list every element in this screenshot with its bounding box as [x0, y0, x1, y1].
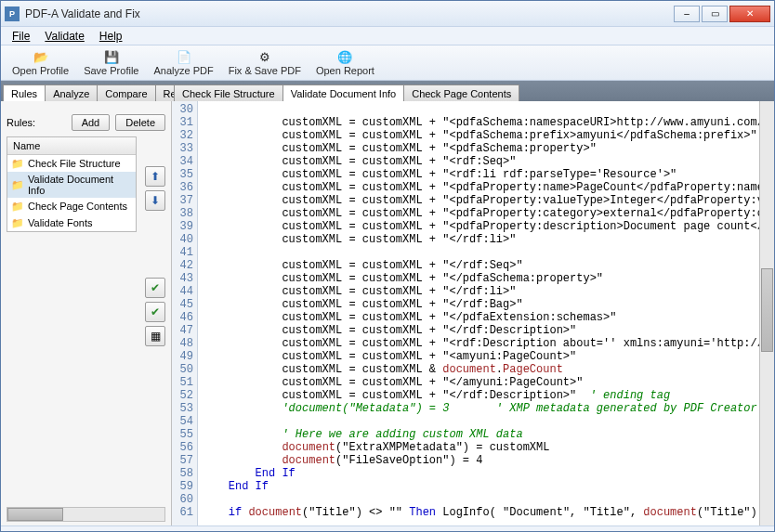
- report-icon: 🌐: [337, 49, 352, 64]
- window-title: PDF-A Validate and Fix: [25, 7, 674, 20]
- rules-row: Rules: Add Delete: [7, 114, 165, 131]
- tabstrip-row: Rules Analyze Compare Report Check File …: [1, 81, 774, 101]
- code-editor[interactable]: customXML = customXML + "<pdfaSchema:nam…: [198, 101, 759, 526]
- menubar: File Validate Help: [1, 27, 774, 45]
- rule-item-validate-fonts[interactable]: 📁 Validate Fonts: [7, 214, 136, 231]
- tool-label: Fix & Save PDF: [229, 65, 301, 76]
- gear-icon: ⚙: [257, 49, 272, 64]
- scrollbar-thumb[interactable]: [7, 508, 63, 521]
- maximize-button[interactable]: ▭: [702, 6, 728, 22]
- tab-check-page-contents[interactable]: Check Page Contents: [403, 84, 519, 101]
- left-tabgroup: Rules Analyze Compare Report: [1, 84, 172, 101]
- minimize-button[interactable]: –: [674, 6, 700, 22]
- code-panel: 30 31 32 33 34 35 36 37 38 39 40 41 42 4…: [172, 101, 774, 526]
- move-down-button[interactable]: ⬇: [145, 190, 165, 211]
- order-buttons: ⬆ ⬇: [145, 166, 165, 211]
- open-icon: 📂: [33, 49, 48, 64]
- rule-item-label: Check Page Contents: [28, 201, 127, 212]
- tool-label: Save Profile: [84, 65, 138, 76]
- action-buttons: ✔ ✔ ▦: [145, 278, 165, 346]
- tool-label: Open Report: [316, 65, 374, 76]
- status-bar: [1, 526, 774, 531]
- rule-item-label: Validate Document Info: [28, 174, 132, 196]
- menu-file[interactable]: File: [5, 28, 37, 45]
- left-scrollbar[interactable]: [7, 507, 165, 522]
- toolbar: 📂 Open Profile 💾 Save Profile 📄 Analyze …: [1, 45, 774, 81]
- menu-validate[interactable]: Validate: [37, 28, 91, 45]
- rule-item-validate-document-info[interactable]: 📁 Validate Document Info: [7, 172, 136, 198]
- analyze-icon: 📄: [177, 49, 191, 64]
- grid-button[interactable]: ▦: [145, 326, 165, 346]
- rule-item-check-page-contents[interactable]: 📁 Check Page Contents: [7, 198, 136, 214]
- tab-rules[interactable]: Rules: [3, 84, 46, 101]
- line-gutter: 30 31 32 33 34 35 36 37 38 39 40 41 42 4…: [172, 101, 198, 526]
- check-button-2[interactable]: ✔: [145, 302, 165, 322]
- right-tabgroup: Check File Structure Validate Document I…: [172, 84, 774, 101]
- folder-icon: 📁: [11, 178, 24, 191]
- rule-item-label: Check File Structure: [28, 158, 121, 169]
- tool-open-profile[interactable]: 📂 Open Profile: [7, 48, 74, 77]
- vertical-scrollbar[interactable]: [759, 101, 774, 526]
- delete-button[interactable]: Delete: [115, 114, 165, 131]
- tab-analyze[interactable]: Analyze: [45, 84, 98, 101]
- window-controls: – ▭ ✕: [674, 6, 770, 22]
- folder-icon: 📁: [11, 200, 24, 213]
- left-panel: Rules: Add Delete Name 📁 Check File Stru…: [1, 101, 172, 526]
- tab-check-file-structure[interactable]: Check File Structure: [174, 84, 283, 101]
- titlebar: P PDF-A Validate and Fix – ▭ ✕: [1, 1, 774, 27]
- rule-item-label: Validate Fonts: [28, 217, 93, 228]
- rule-list: Name 📁 Check File Structure 📁 Validate D…: [7, 136, 137, 232]
- folder-icon: 📁: [11, 216, 24, 229]
- add-button[interactable]: Add: [72, 114, 111, 131]
- rules-label: Rules:: [7, 117, 66, 128]
- tool-analyze-pdf[interactable]: 📄 Analyze PDF: [148, 48, 218, 77]
- close-button[interactable]: ✕: [729, 6, 770, 22]
- scrollbar-thumb[interactable]: [761, 268, 773, 352]
- tab-validate-document-info[interactable]: Validate Document Info: [282, 84, 405, 101]
- tool-save-profile[interactable]: 💾 Save Profile: [78, 48, 144, 77]
- move-up-button[interactable]: ⬆: [145, 166, 165, 187]
- tool-label: Analyze PDF: [153, 65, 213, 76]
- rule-item-check-file-structure[interactable]: 📁 Check File Structure: [7, 155, 136, 172]
- check-button-1[interactable]: ✔: [145, 278, 165, 298]
- tool-open-report[interactable]: 🌐 Open Report: [310, 48, 380, 77]
- app-icon: P: [5, 6, 20, 21]
- tool-label: Open Profile: [12, 65, 69, 76]
- save-icon: 💾: [104, 49, 119, 64]
- main: Rules: Add Delete Name 📁 Check File Stru…: [1, 101, 774, 526]
- menu-help[interactable]: Help: [92, 28, 130, 45]
- tab-compare[interactable]: Compare: [97, 84, 155, 101]
- folder-icon: 📁: [11, 157, 24, 170]
- rule-list-header[interactable]: Name: [7, 137, 136, 155]
- tool-fix-save-pdf[interactable]: ⚙ Fix & Save PDF: [223, 48, 307, 77]
